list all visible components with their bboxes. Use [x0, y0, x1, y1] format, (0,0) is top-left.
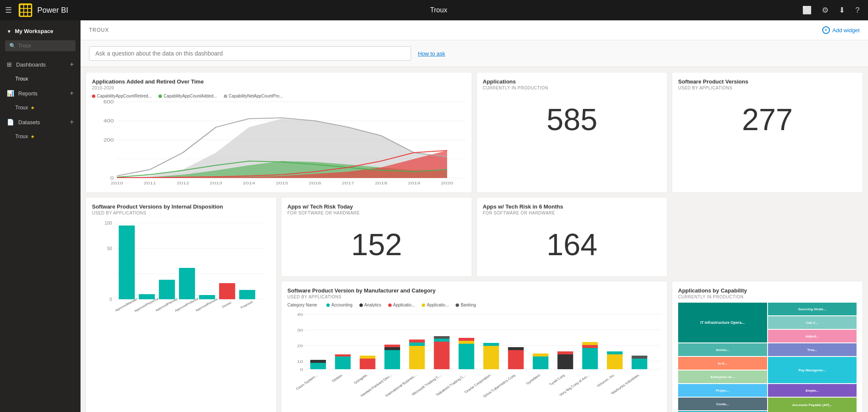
- svg-rect-78: [557, 354, 573, 369]
- tm-proj: Projec...: [678, 384, 767, 397]
- svg-rect-30: [119, 225, 135, 299]
- card-software-versions: Software Product Versions USED BY APPLIC…: [672, 72, 863, 193]
- help-icon[interactable]: ?: [852, 4, 863, 17]
- sidebar-item-dashboards[interactable]: ⊞ Dashboards +: [0, 56, 81, 72]
- svg-text:400: 400: [103, 119, 114, 123]
- add-report-icon[interactable]: +: [70, 89, 74, 97]
- svg-text:Tyrell Corp: Tyrell Corp: [548, 373, 566, 386]
- card-applications: Applications CURRENTLY IN PRODUCTION 585: [476, 72, 668, 193]
- chart-legend: CapabilityAppCountRetired... CapabilityA…: [92, 94, 466, 98]
- software-versions-value: 277: [678, 94, 857, 145]
- card-tech-risk-today-title: Apps w/ Tech Risk Today: [287, 203, 466, 210]
- svg-rect-69: [459, 344, 474, 369]
- svg-text:2010: 2010: [111, 181, 123, 185]
- sidebar-sub-troux-dashboard[interactable]: Troux: [0, 72, 81, 85]
- chevron-down-icon: ▼: [7, 29, 11, 34]
- legend-net-label: CapabilityNetAppCountPro...: [229, 94, 283, 98]
- legend-added-label: CapabilityAppCountAdded...: [164, 94, 217, 98]
- legend-retired-label: CapabilityAppCountRetired...: [97, 94, 152, 98]
- screen-icon[interactable]: ⬜: [799, 4, 815, 17]
- svg-text:0: 0: [110, 176, 114, 181]
- svg-text:20: 20: [297, 344, 303, 348]
- main-content: TROUX + Add widget How to ask Applicatio…: [81, 20, 868, 412]
- card-apps-by-capability: Applications by Capability CURRENTLY IN …: [672, 281, 863, 412]
- sidebar-reports-label: Reports: [18, 90, 70, 97]
- sidebar-search-box[interactable]: 🔍: [5, 40, 75, 51]
- legend-retired: CapabilityAppCountRetired...: [92, 94, 152, 98]
- card-apps-over-time-subtitle: 2010-2020: [92, 86, 466, 90]
- legend-application1: Applicatio...: [393, 303, 415, 307]
- svg-text:2016: 2016: [309, 181, 321, 185]
- qa-bar: How to ask: [81, 40, 868, 67]
- svg-rect-55: [310, 360, 326, 363]
- breadcrumb: TROUX: [89, 27, 109, 33]
- powerbi-logo: [19, 3, 32, 17]
- svg-rect-59: [360, 356, 376, 359]
- hamburger-menu[interactable]: ☰: [5, 6, 12, 15]
- svg-text:Cisco System...: Cisco System...: [295, 373, 319, 390]
- card-apps-over-time: Applications Added and Retired Over Time…: [86, 72, 472, 193]
- sidebar-dashboards-label: Dashboards: [16, 61, 70, 68]
- add-widget-circle-icon: +: [822, 26, 830, 34]
- svg-rect-71: [459, 338, 474, 341]
- svg-text:Proposed: Proposed: [240, 300, 253, 309]
- svg-rect-82: [582, 342, 598, 345]
- svg-rect-73: [483, 343, 499, 346]
- svg-rect-62: [384, 345, 400, 347]
- app-title: Power BI: [37, 6, 68, 15]
- sidebar: ▼ My Workspace 🔍 ⊞ Dashboards + Troux 📊 …: [0, 20, 81, 412]
- breadcrumb-bar: TROUX + Add widget: [81, 20, 868, 40]
- settings-icon[interactable]: ⚙: [818, 4, 832, 17]
- download-icon[interactable]: ⬇: [835, 4, 849, 17]
- sidebar-item-reports[interactable]: 📊 Reports +: [0, 85, 81, 101]
- svg-rect-81: [582, 345, 598, 348]
- svg-rect-75: [508, 347, 524, 350]
- svg-rect-67: [434, 339, 450, 342]
- svg-text:2013: 2013: [210, 181, 222, 185]
- svg-rect-83: [607, 354, 623, 369]
- workspace-section[interactable]: ▼ My Workspace: [0, 24, 81, 39]
- svg-text:Globex: Globex: [331, 373, 344, 383]
- how-to-ask-link[interactable]: How to ask: [418, 50, 445, 57]
- svg-text:Syntellect: Syntellect: [525, 373, 541, 385]
- svg-text:0: 0: [110, 297, 112, 302]
- tm-accou: Accou...: [678, 343, 767, 356]
- card-software-versions-subtitle: USED BY APPLICATIONS: [678, 86, 857, 90]
- tm-adjust: Adjust...: [768, 330, 857, 342]
- card-tech-risk-6m-title: Apps w/ Tech Risk in 6 Months: [483, 203, 661, 210]
- svg-rect-85: [632, 359, 647, 369]
- reports-icon: 📊: [7, 90, 14, 97]
- sidebar-sub-troux-dataset[interactable]: Troux ★: [0, 130, 81, 143]
- legend-banking: Banking: [461, 303, 476, 307]
- card-sw-mfr-subtitle: USED BY APPLICATIONS: [287, 295, 661, 299]
- dataset-troux-label: Troux: [15, 134, 28, 139]
- tm-conta: Conta...: [678, 398, 767, 410]
- svg-rect-58: [360, 359, 376, 369]
- svg-rect-56: [335, 356, 351, 369]
- applications-value: 585: [483, 94, 661, 145]
- svg-text:Oracle Corporation: Oracle Corporation: [463, 373, 492, 394]
- tm-inh: In-H...: [678, 357, 767, 370]
- svg-text:2019: 2019: [408, 181, 420, 185]
- card-sw-by-manufacturer: Software Product Version by Manufacturer…: [281, 281, 668, 412]
- add-widget-button[interactable]: + Add widget: [822, 26, 860, 34]
- svg-text:Virtucon, Inc: Virtucon, Inc: [595, 373, 616, 388]
- svg-rect-72: [483, 346, 499, 369]
- sidebar-sub-troux-report[interactable]: Troux ★: [0, 101, 81, 114]
- tm-trea: Trea...: [768, 343, 857, 356]
- sidebar-item-datasets[interactable]: 📄 Datasets +: [0, 114, 81, 130]
- line-chart-svg: 600 400 200 0 2010 2011: [92, 102, 466, 178]
- tm-accounts-payable: Accounts Payable (AP)...: [768, 398, 857, 412]
- add-dataset-icon[interactable]: +: [70, 118, 74, 126]
- search-icon: 🔍: [9, 43, 16, 49]
- qa-input[interactable]: [89, 46, 411, 61]
- card-tech-risk-6m-subtitle: FOR SOFTWARE OR HARDWARE: [483, 211, 661, 215]
- svg-rect-70: [459, 341, 474, 344]
- search-input[interactable]: [18, 43, 71, 49]
- legend-added: CapabilityAppCountAdded...: [159, 94, 217, 98]
- legend-net: CapabilityNetAppCountPro...: [224, 94, 283, 98]
- svg-text:2011: 2011: [144, 181, 156, 185]
- svg-text:2017: 2017: [342, 181, 354, 185]
- card-apps-tech-risk-today: Apps w/ Tech Risk Today FOR SOFTWARE OR …: [281, 197, 472, 277]
- add-dashboard-icon[interactable]: +: [70, 61, 74, 68]
